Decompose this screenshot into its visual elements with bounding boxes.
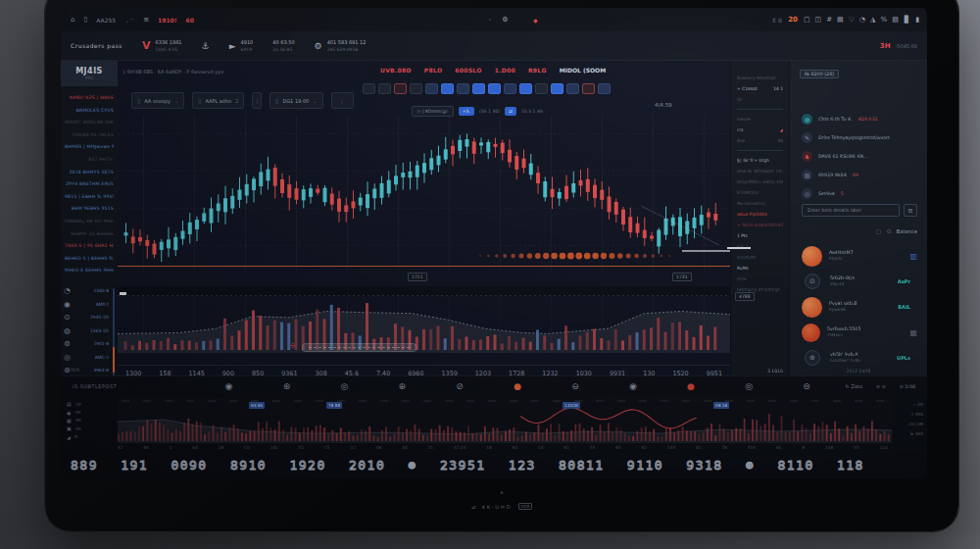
home-icon[interactable]: ⌂ <box>71 16 74 24</box>
candlestick-canvas[interactable] <box>118 116 730 271</box>
summary-row[interactable]: 1 Pts <box>737 230 783 241</box>
gauge-row[interactable]: ◔ 1340-8 <box>64 284 109 298</box>
toolbar-button[interactable] <box>598 83 611 94</box>
legend-row[interactable]: ≡ 4MS <box>896 429 923 439</box>
breadth-canvas[interactable] <box>118 398 892 443</box>
price-chart[interactable] <box>118 116 730 271</box>
toolbar-button[interactable] <box>363 83 375 94</box>
dock-text[interactable]: ↻ Zisto <box>846 384 862 389</box>
status-icon[interactable]: # <box>826 16 832 24</box>
summary-row[interactable]: hwsse <box>737 114 783 125</box>
summary-row[interactable]: éve48 <box>737 135 783 146</box>
ticker-item[interactable]: 1.D00 <box>495 67 515 74</box>
watchlist-item[interactable]: BEHED 5 | BEHH5 % WHHB <box>65 253 114 266</box>
summary-row[interactable]: RuMs <box>737 263 783 274</box>
legend-row[interactable]: (30) 4M <box>896 420 923 429</box>
watchlist-item[interactable]: 9815 | EBHH % 9955 <box>65 191 114 204</box>
legend-row[interactable]: 1 4MS <box>896 410 923 420</box>
summary-row[interactable]: §|: Gr 5'+ Urgh <box>737 155 783 166</box>
watchlist-item[interactable]: NM8D N2S | WAVE <box>65 92 114 105</box>
summary-row[interactable]: a6ud Frp5444 <box>737 209 783 220</box>
watchlist-item[interactable]: MHED E 6EHH5 9HH5 <box>65 265 114 277</box>
legend-row[interactable]: ◉ 4M <box>67 408 112 416</box>
dock-icon[interactable]: ◉ <box>629 381 637 391</box>
watchlist-item[interactable]: TRER E | 95 6HR1 HF5HR <box>65 240 114 253</box>
notification-badge[interactable]: 20 <box>788 16 798 24</box>
summary-row[interactable] <box>737 150 783 151</box>
watchlist-item[interactable]: BHM 9EBH5 9515 <box>65 203 114 216</box>
toolbar-button[interactable] <box>441 83 454 94</box>
gauge-row[interactable]: ⊚ 1901-8 <box>64 337 109 351</box>
ticker-item[interactable]: 600SLO <box>455 67 481 74</box>
status-icon[interactable]: ▢ <box>804 16 810 24</box>
cursor-icon[interactable]: ► <box>229 41 236 51</box>
order-row[interactable]: AwHtssM7 PtJbrhl ▥ <box>802 243 917 269</box>
feed-row[interactable]: ◎ Set9va 5 <box>802 184 917 203</box>
toolbar-button[interactable] <box>504 83 516 94</box>
status-icon[interactable]: ▤ <box>837 16 844 24</box>
summary-row[interactable]: + C1sss014 1 <box>737 83 783 94</box>
chart-scrollbar[interactable] <box>302 343 416 352</box>
gear-icon[interactable]: ⚙ <box>315 41 322 51</box>
dock-icon[interactable]: ⊘ <box>456 381 464 391</box>
toolbar-button[interactable] <box>535 83 548 94</box>
toolbar-button[interactable] <box>410 83 422 94</box>
order-action-icon[interactable]: ▦ <box>909 328 917 337</box>
summary-row[interactable]: Bvwsvry 9Dvstvst <box>737 73 783 83</box>
feed-row[interactable]: ▥ 6h919 9k84 69 <box>802 166 917 184</box>
dock-icon[interactable]: ◎ <box>340 381 348 391</box>
order-action-icon[interactable]: ▥ <box>909 252 917 261</box>
status-icon[interactable]: % <box>880 16 887 24</box>
order-row[interactable]: 5vrbwvb.5505 z5Mwrv ▦ <box>802 320 917 345</box>
toolbar-button[interactable] <box>472 83 485 94</box>
toolbar-button[interactable] <box>551 83 564 94</box>
symbol-dropdown[interactable]: ▯ AA snoopy ⌄ <box>131 92 184 109</box>
watchlist-item[interactable]: MBHE6y 4H HD 9HE6M <box>65 216 114 228</box>
legend-row[interactable]: = 4M <box>896 400 923 410</box>
watchlist-item[interactable]: 9HBMF 15 BHHHE <box>65 228 114 241</box>
watchlist-item[interactable]: TtMtN6 95 THLE5 <box>65 129 114 142</box>
summary-row[interactable] <box>737 109 783 110</box>
pane-handle[interactable] <box>120 292 126 295</box>
ticker-item[interactable]: R9LG <box>528 67 547 74</box>
window-icon[interactable]: ▯ <box>83 16 87 24</box>
panel-id-chip[interactable]: № 8200 (28) <box>800 70 839 78</box>
buy-button[interactable]: +5. <box>459 107 474 116</box>
dock-icon[interactable]: ⊖ <box>571 381 579 391</box>
summary-row[interactable]: brystutfc <box>737 252 783 263</box>
dock-text[interactable]: ⊙ 3:08 <box>900 384 915 389</box>
legend-row[interactable]: ▦ 4M <box>67 417 112 424</box>
dock-icon[interactable]: ◎ <box>745 381 753 391</box>
toolbar-button[interactable] <box>519 83 532 94</box>
feed-row[interactable]: ♞ DAV8 61 KSU86 6N... <box>802 147 917 166</box>
toolbar-button[interactable] <box>582 83 595 94</box>
status-icon[interactable]: ♡ <box>849 16 855 24</box>
interval-dropdown[interactable]: ▯ AAPL wthn 2 <box>192 92 244 109</box>
summary-row[interactable]: rrd◢ <box>737 125 783 135</box>
toolbar-button[interactable] <box>394 83 407 94</box>
strip-chip[interactable]: 1332B <box>563 402 580 409</box>
hamburger-icon[interactable]: ≡ <box>904 204 917 217</box>
volume-canvas[interactable] <box>118 286 730 353</box>
gauge-row[interactable]: ◉ AMY-2 <box>64 298 109 312</box>
strip-chip[interactable]: 63 85 <box>249 402 265 409</box>
status-icon[interactable]: ◦ <box>488 16 492 24</box>
summary-row[interactable]: Gr <box>737 94 783 105</box>
summary-row[interactable]: Orte <box>737 274 783 284</box>
watchlist-item[interactable]: 29Y4 BRETHM ERV5 <box>65 178 114 191</box>
legend-row[interactable]: ▣ 4M <box>67 424 112 432</box>
summary-row[interactable]: + 5614 brzp4rUt5rd7 <box>737 220 783 230</box>
ticker-item[interactable]: UVB.08D <box>380 67 412 74</box>
dock-text[interactable]: ⊙ ⊙ <box>876 384 886 389</box>
order-row[interactable]: Pvyat wtb.B 9ywb98 BAIL <box>802 294 917 320</box>
breadth-strip[interactable]: 63 85T8 881332BE8 18 <box>118 398 892 443</box>
sell-button[interactable]: ⇄ <box>505 107 516 116</box>
status-icon[interactable]: ◮ <box>870 16 875 24</box>
volume-pane[interactable] <box>118 286 730 353</box>
watchlist-item[interactable]: MRtMT WD5LNK 5HtE5 <box>65 117 114 129</box>
gauge-scrollbar-thumb[interactable] <box>113 347 115 373</box>
status-icon[interactable]: ▧ <box>892 16 899 24</box>
toolbar-button[interactable] <box>457 83 469 94</box>
dock-icon[interactable]: ⊛ <box>283 381 291 391</box>
status-icon[interactable]: ◫ <box>815 16 822 24</box>
